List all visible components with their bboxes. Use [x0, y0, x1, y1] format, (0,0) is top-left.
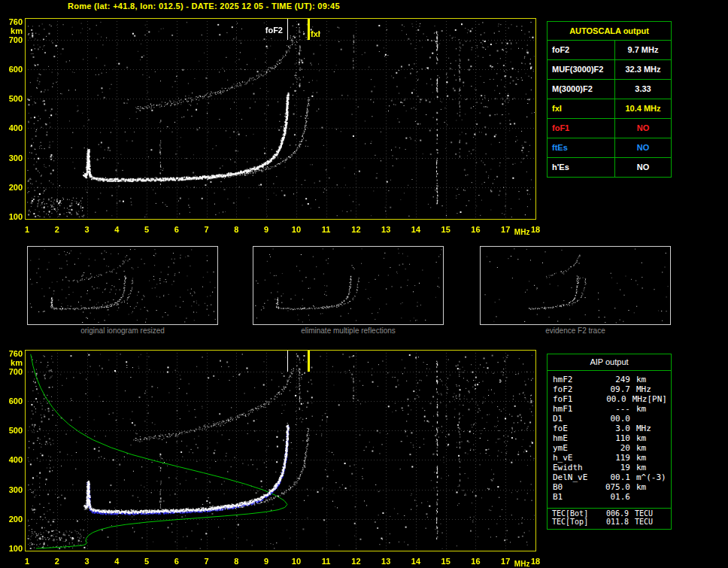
- aip-param-unit: [630, 492, 636, 502]
- aip-param-unit: km: [630, 404, 646, 414]
- autoscala-row: M(3000)F2 3.33: [548, 80, 671, 99]
- aip-param-unit: km: [630, 482, 646, 492]
- tec-param-label: TEC[Bot]: [548, 509, 602, 518]
- autoscala-row: foF2 9.7 MHz: [548, 41, 671, 60]
- autoscala-row: ftEs NO: [548, 138, 671, 158]
- aip-param-flag: [667, 492, 671, 502]
- aip-row: foE 3.0 MHz: [548, 424, 671, 433]
- autoscala-param-value: NO: [615, 119, 671, 138]
- aip-param-label: hmF1: [548, 404, 600, 414]
- aip-row: hmF1 --- km: [548, 404, 671, 414]
- aip-param-value: 20: [600, 443, 630, 453]
- thumbnail-original-ionogram: [27, 246, 218, 325]
- fxI-marker-label: fxI: [311, 29, 320, 38]
- aip-param-unit: MHz: [630, 424, 651, 433]
- aip-param-value: 110: [600, 433, 630, 443]
- tec-row: TEC[Top] 011.8 TECU: [548, 518, 671, 526]
- thumbnail-f2-trace-evidence: [480, 246, 671, 325]
- aip-param-value: 01.6: [600, 492, 630, 502]
- aip-param-flag: [667, 424, 671, 433]
- autoscala-row: foF1 NO: [548, 119, 671, 138]
- aip-param-unit: km: [630, 453, 646, 463]
- autoscala-param-label: foF1: [548, 119, 615, 138]
- aip-param-value: ---: [600, 404, 630, 414]
- autoscala-table-rows: foF2 9.7 MHz MUF(3000)F2 32.3 MHz M(3000…: [548, 41, 671, 177]
- tec-param-unit: TECU: [629, 518, 653, 526]
- aip-param-value: 00.0: [600, 414, 630, 424]
- aip-row: h_vE 119 km: [548, 453, 671, 463]
- tec-param-label: TEC[Top]: [548, 518, 602, 526]
- aip-table-rows: hmF2 249 km foF2 09.7 MHz foF1 00.0 MHz: [548, 371, 671, 502]
- aip-param-unit: km: [630, 375, 646, 384]
- aip-param-label: DelN_vE: [548, 472, 600, 482]
- aip-param-unit: MHz: [626, 394, 648, 404]
- aip-param-flag: [667, 375, 671, 384]
- aip-param-flag: [667, 472, 671, 482]
- aip-param-flag: [667, 453, 671, 463]
- aip-param-unit: [630, 414, 636, 424]
- aip-param-flag: [667, 384, 671, 394]
- aip-param-value: 09.7: [600, 384, 630, 394]
- autoscala-param-value: 3.33: [615, 80, 671, 99]
- aip-param-flag: [PN]: [648, 394, 672, 404]
- thumbnail-caption-f2-trace: evidence F2 trace: [480, 327, 671, 335]
- aip-row: DelN_vE 00.1 m^(-3): [548, 472, 671, 482]
- autoscala-param-value: NO: [615, 158, 671, 177]
- aip-param-flag: [667, 404, 671, 414]
- aip-row: foF1 00.0 MHz [PN]: [548, 394, 671, 404]
- aip-param-flag: [667, 463, 671, 472]
- tec-param-unit: TECU: [629, 509, 653, 518]
- autoscala-param-label: M(3000)F2: [548, 80, 615, 99]
- aip-param-label: D1: [548, 414, 600, 424]
- aip-param-flag: [667, 482, 671, 492]
- tec-param-value: 006.9: [602, 509, 629, 518]
- autoscala-param-label: h'Es: [548, 158, 615, 177]
- aip-param-label: hmE: [548, 433, 600, 443]
- tec-output-box: TEC[Bot] 006.9 TECU TEC[Top] 011.8 TECU: [547, 508, 672, 530]
- aip-row: ymE 20 km: [548, 443, 671, 453]
- tec-rows: TEC[Bot] 006.9 TECU TEC[Top] 011.8 TECU: [548, 509, 671, 526]
- autoscala-table-title: AUTOSCALA output: [548, 22, 671, 41]
- aip-param-flag: [667, 443, 671, 453]
- autoscala-param-label: ftEs: [548, 138, 615, 157]
- aip-param-label: B0: [548, 482, 600, 492]
- autoscala-param-label: foF2: [548, 41, 615, 59]
- aip-param-label: ymE: [548, 443, 600, 453]
- aip-param-label: hmF2: [548, 375, 600, 384]
- aip-row: foF2 09.7 MHz: [548, 384, 671, 394]
- aip-param-label: Ewidth: [548, 463, 600, 472]
- aip-param-unit: km: [630, 433, 646, 443]
- aip-param-label: foF1: [548, 394, 598, 404]
- aip-output-table: AIP output hmF2 249 km foF2 09.7 MHz: [547, 354, 672, 509]
- aip-param-label: h_vE: [548, 453, 600, 463]
- tec-param-value: 011.8: [602, 518, 629, 526]
- aip-table-title: AIP output: [548, 354, 671, 371]
- autoscala-row: h'Es NO: [548, 158, 671, 177]
- tec-row: TEC[Bot] 006.9 TECU: [548, 509, 671, 518]
- autoscala-row: fxI 10.4 MHz: [548, 99, 671, 119]
- aip-param-label: foF2: [548, 384, 600, 394]
- autoscala-param-value: NO: [615, 138, 671, 157]
- autoscala-param-label: fxI: [548, 99, 615, 118]
- aip-param-unit: km: [630, 443, 646, 453]
- aip-param-value: 119: [600, 453, 630, 463]
- aip-param-flag: [667, 414, 671, 424]
- thumbnail-caption-reflections: eliminate multiple reflections: [253, 327, 444, 335]
- aip-param-value: 249: [600, 375, 630, 384]
- aip-param-unit: km: [630, 463, 646, 472]
- bottom-ionogram-profile-canvas: [0, 347, 541, 568]
- aip-param-value: 3.0: [600, 424, 630, 433]
- aip-row: D1 00.0: [548, 414, 671, 424]
- aip-param-unit: m^(-3): [630, 472, 666, 482]
- autoscala-param-value: 9.7 MHz: [615, 41, 671, 59]
- station-date-title: Rome (lat: +41.8, lon: 012.5) - DATE: 20…: [68, 2, 340, 11]
- aip-param-label: foE: [548, 424, 600, 433]
- thumbnail-multiple-reflections-removed: [253, 246, 444, 325]
- aip-param-value: 075.0: [600, 482, 630, 492]
- aip-param-value: 19: [600, 463, 630, 472]
- aip-row: B0 075.0 km: [548, 482, 671, 492]
- autoscala-output-table: AUTOSCALA output foF2 9.7 MHz MUF(3000)F…: [547, 21, 672, 178]
- aip-param-value: 00.0: [598, 394, 626, 404]
- autoscala-row: MUF(3000)F2 32.3 MHz: [548, 60, 671, 80]
- autoscala-param-value: 32.3 MHz: [615, 60, 671, 79]
